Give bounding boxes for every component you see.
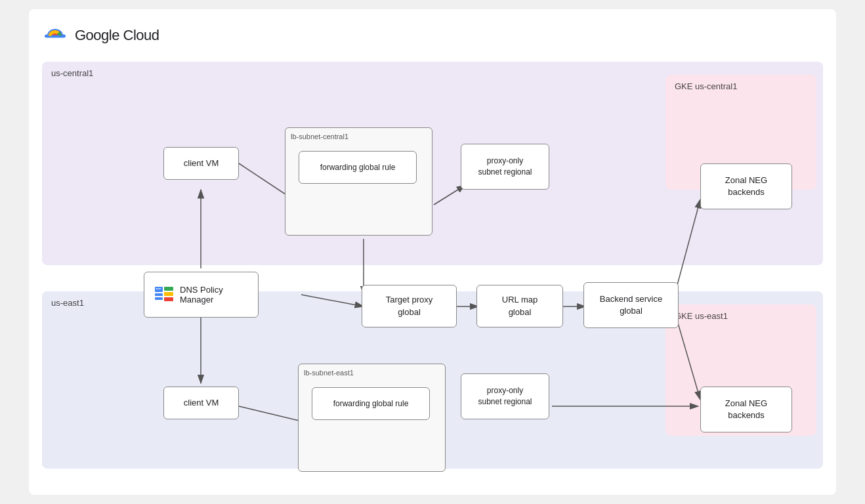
svg-rect-18 [164,287,173,291]
client-vm-bottom: client VM [163,387,239,419]
gke-central-label: GKE us-central1 [675,81,807,91]
dns-policy-icon [154,284,175,305]
logo-label: Google Cloud [75,27,159,43]
dns-policy-label: DNS Policy Manager [180,285,223,304]
target-proxy-box: Target proxy global [362,285,457,327]
svg-rect-19 [164,292,173,296]
architecture-diagram: us-central1 us-east1 GKE us-central1 GKE… [42,62,823,482]
dns-policy-manager-box: DNS Policy Manager [144,272,259,318]
client-vm-top: client VM [163,147,239,180]
lb-subnet-central: lb-subnet-central1 forwarding global rul… [285,127,433,236]
svg-rect-16 [155,293,163,296]
lb-subnet-central-label: lb-subnet-central1 [291,132,348,142]
svg-rect-22 [158,288,161,289]
svg-rect-20 [164,297,173,301]
svg-rect-17 [155,297,163,300]
gke-east-label: GKE us-east1 [675,311,807,321]
forwarding-rule-bottom: forwarding global rule [312,387,430,420]
header: Google Cloud [42,22,823,49]
main-container: Google Cloud us-central1 us-east1 GKE us… [29,9,836,495]
zonal-neg-east: Zonal NEG backends [700,387,792,432]
backend-service-box: Backend service global [583,282,679,328]
proxy-only-central: proxy-only subnet regional [461,144,549,190]
lb-subnet-east-label: lb-subnet-east1 [304,368,354,378]
url-map-box: URL map global [476,285,563,327]
zonal-neg-central: Zonal NEG backends [700,163,792,209]
forwarding-rule-top: forwarding global rule [299,151,417,184]
svg-rect-21 [156,288,158,289]
google-cloud-logo: Google Cloud [42,22,159,49]
proxy-only-east: proxy-only subnet regional [461,373,549,419]
google-cloud-icon [42,22,68,49]
lb-subnet-east: lb-subnet-east1 forwarding global rule [298,364,446,472]
google-cloud-text: Google Cloud [75,27,159,44]
